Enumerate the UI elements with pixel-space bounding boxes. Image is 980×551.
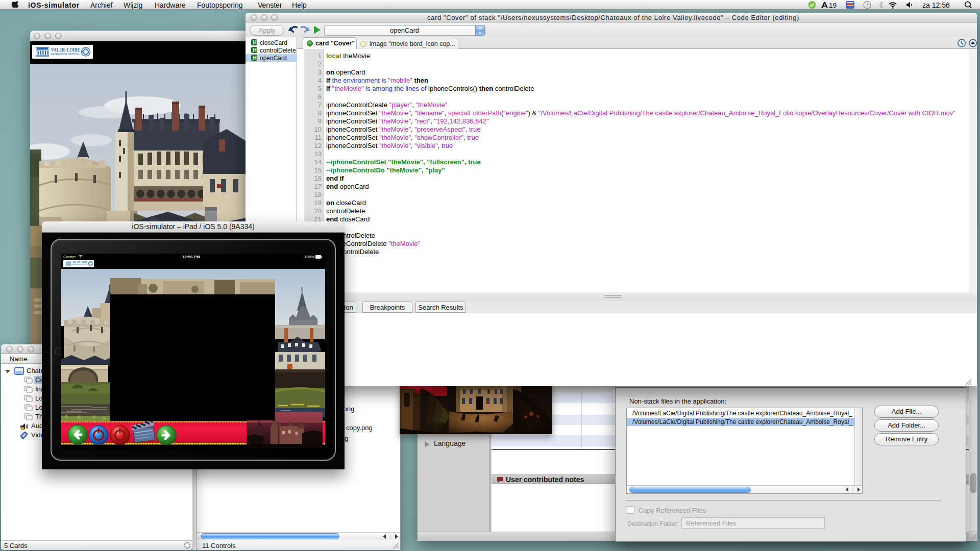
svg-text:PATRIMOINE MONDIAL: PATRIMOINE MONDIAL: [72, 264, 88, 266]
svg-text:VAL DE LOIRE: VAL DE LOIRE: [51, 47, 80, 53]
svg-text:19: 19: [829, 2, 837, 9]
svg-text:za 12:56: za 12:56: [922, 1, 950, 9]
svg-text:VAL DE LOIRE: VAL DE LOIRE: [72, 261, 88, 264]
svg-text:PATRIMOINE MONDIAL: PATRIMOINE MONDIAL: [51, 53, 80, 56]
